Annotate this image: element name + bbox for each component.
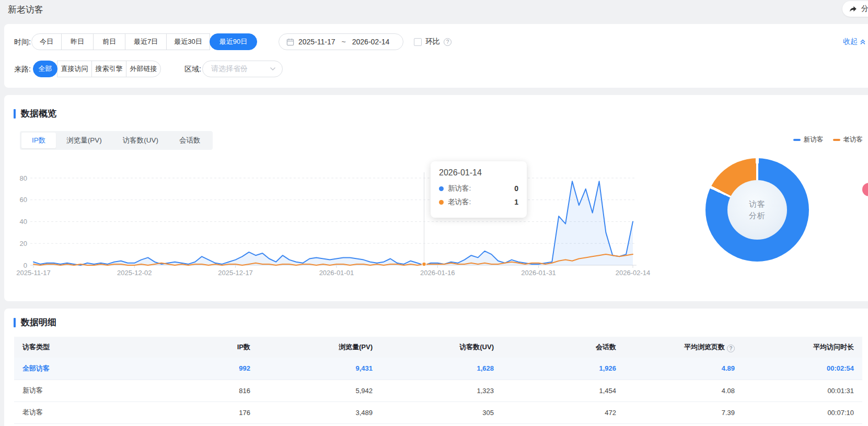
compare-label: 环比 [425, 37, 440, 46]
floating-widget[interactable] [862, 183, 868, 196]
collapse-link[interactable]: 收起 [843, 33, 866, 50]
metric-value-cell: 472 [502, 401, 624, 423]
column-header: 浏览量(PV) [259, 337, 381, 358]
source-button[interactable]: 搜索引擎 [91, 61, 126, 77]
donut-chart[interactable]: 访客分析 [705, 158, 809, 262]
compare-toggle[interactable]: 环比 [414, 33, 452, 50]
svg-text:60: 60 [20, 196, 27, 204]
svg-text:2026-01-31: 2026-01-31 [521, 269, 556, 277]
compare-help-icon[interactable] [444, 38, 452, 46]
time-range-button[interactable]: 今日 [31, 33, 62, 50]
tooltip-rows: 新访客:0老访客:1 [439, 184, 518, 207]
table-row: 全部访客9929,4311,6281,9264.8900:02:54 [14, 358, 862, 380]
filter-panel: 时间: 今日昨日前日最近7日最近30日最近90日 2025-11-17 ~ 20… [4, 24, 868, 88]
detail-panel: 数据明细 访客类型IP数浏览量(PV)访客数(UV)会话数平均浏览页数平均访问时… [4, 309, 868, 426]
share-icon [849, 5, 858, 14]
detail-section-title: 数据明细 [14, 316, 56, 328]
overview-section-title: 数据概览 [14, 108, 56, 120]
svg-text:2025-12-17: 2025-12-17 [218, 269, 253, 277]
table-row: 老访客1763,4893054727.3900:07:10 [14, 401, 862, 423]
time-filter-label: 时间: [14, 33, 31, 50]
tooltip-series-label: 新访客: [448, 184, 471, 193]
region-select[interactable]: 请选择省份 [202, 61, 283, 77]
legend-item[interactable]: 老访客 [833, 135, 863, 144]
metric-value-cell: 305 [381, 401, 502, 423]
visitor-type-cell: 老访客 [14, 401, 128, 423]
time-range-group: 今日昨日前日最近7日最近30日最近90日 [31, 33, 257, 50]
tooltip-series-value: 0 [514, 184, 518, 193]
legend-item[interactable]: 新访客 [793, 135, 824, 144]
time-range-button[interactable]: 最近30日 [166, 33, 210, 50]
metric-value-cell: 1,454 [502, 380, 624, 401]
source-filter-row: 来路: 全部直接访问搜索引擎外部链接 区域: 请选择省份 [4, 61, 868, 77]
source-group: 全部直接访问搜索引擎外部链接 [33, 61, 161, 77]
date-separator: ~ [342, 38, 346, 46]
legend-label: 新访客 [804, 135, 824, 144]
metric-value-cell: 7.39 [624, 401, 743, 423]
table-header: 访客类型IP数浏览量(PV)访客数(UV)会话数平均浏览页数平均访问时长 [14, 337, 862, 358]
legend-swatch [793, 139, 801, 141]
svg-text:40: 40 [20, 218, 27, 226]
source-button[interactable]: 直接访问 [57, 61, 92, 77]
legend-swatch [833, 139, 840, 141]
series-dot [439, 186, 444, 191]
source-button[interactable]: 外部链接 [126, 61, 161, 77]
metric-tab[interactable]: 访客数(UV) [112, 133, 169, 148]
share-label: 分享 [861, 4, 868, 14]
time-range-button[interactable]: 最近7日 [125, 33, 167, 50]
title-accent-bar [14, 109, 16, 119]
page-title: 新老访客 [8, 4, 43, 16]
overview-panel: 数据概览 IP数浏览量(PV)访客数(UV)会话数 新访客老访客 0204060… [4, 95, 868, 301]
tooltip-date: 2026-01-14 [439, 168, 518, 178]
source-filter-label: 来路: [14, 61, 31, 77]
metric-tab[interactable]: 会话数 [169, 133, 211, 148]
svg-text:2026-01-01: 2026-01-01 [319, 269, 354, 277]
region-label: 区域: [184, 61, 201, 77]
compare-checkbox[interactable] [414, 38, 422, 46]
metric-value-cell: 816 [128, 380, 259, 401]
date-end: 2026-02-14 [352, 38, 390, 46]
region-placeholder: 请选择省份 [211, 64, 248, 74]
svg-text:20: 20 [20, 240, 27, 247]
metric-tab[interactable]: IP数 [21, 133, 56, 148]
chevron-down-icon [270, 67, 276, 71]
metric-value-cell: 4.08 [624, 380, 743, 401]
svg-text:80: 80 [20, 174, 27, 182]
column-header: 会话数 [502, 337, 624, 358]
metric-value-cell: 3,489 [259, 401, 381, 423]
source-button[interactable]: 全部 [33, 61, 57, 77]
series-dot [439, 200, 444, 205]
metric-tab[interactable]: 浏览量(PV) [56, 133, 112, 148]
column-help-icon[interactable] [727, 345, 735, 352]
metric-value-cell: 5,942 [259, 380, 381, 401]
detail-table: 访客类型IP数浏览量(PV)访客数(UV)会话数平均浏览页数平均访问时长 全部访… [14, 337, 862, 424]
column-header: IP数 [128, 337, 259, 358]
date-range-picker[interactable]: 2025-11-17 ~ 2026-02-14 [279, 33, 403, 50]
svg-text:2025-11-17: 2025-11-17 [16, 269, 51, 277]
visitor-type-cell: 新访客 [14, 380, 128, 401]
calendar-icon [286, 38, 294, 46]
metric-value-cell: 00:01:31 [743, 380, 862, 401]
svg-text:2026-01-16: 2026-01-16 [420, 269, 455, 277]
metric-tabs: IP数浏览量(PV)访客数(UV)会话数 [20, 131, 213, 150]
chart-legend: 新访客老访客 [793, 135, 863, 144]
metric-value-cell: 4.89 [624, 358, 743, 380]
metric-value-cell: 1,926 [502, 358, 624, 380]
metric-value-cell: 00:02:54 [743, 358, 862, 380]
column-header: 平均浏览页数 [624, 337, 743, 358]
column-header: 平均访问时长 [743, 337, 862, 358]
share-button[interactable]: 分享 [842, 1, 868, 17]
metric-value-cell: 992 [128, 358, 259, 380]
time-range-button[interactable]: 昨日 [61, 33, 94, 50]
tooltip-series-value: 1 [514, 198, 518, 206]
time-range-button[interactable]: 前日 [93, 33, 125, 50]
line-chart[interactable]: 0204060802025-11-172025-12-022025-12-172… [4, 152, 652, 283]
metric-value-cell: 176 [128, 401, 259, 423]
metric-value-cell: 1,628 [381, 358, 502, 380]
tooltip-row: 老访客:1 [439, 197, 518, 207]
legend-label: 老访客 [843, 135, 863, 144]
svg-text:2025-12-02: 2025-12-02 [117, 269, 152, 277]
visitor-type-cell[interactable]: 全部访客 [14, 358, 128, 380]
table-row: 新访客8165,9421,3231,4544.0800:01:31 [14, 380, 862, 401]
time-range-button[interactable]: 最近90日 [210, 33, 257, 50]
